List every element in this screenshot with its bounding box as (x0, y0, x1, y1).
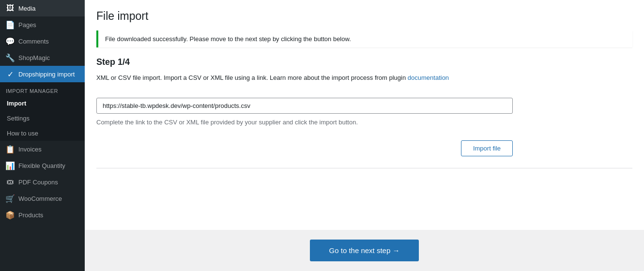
sidebar-item-comments[interactable]: 💬 Comments (0, 33, 85, 49)
success-notice-text: File downloaded successfully. Please mov… (105, 35, 351, 43)
sidebar-item-woocommerce[interactable]: 🛒 WooCommerce (0, 190, 85, 207)
content-area: File import File downloaded successfully… (85, 0, 644, 230)
sidebar-item-dropshipping[interactable]: ✓ Dropshipping import (0, 66, 85, 82)
media-icon: 🖼 (6, 4, 15, 13)
invoices-icon: 📋 (6, 145, 15, 153)
flexible-quantity-icon: 📊 (6, 161, 15, 170)
step-description-text: XML or CSV file import. Import a CSV or … (96, 74, 408, 81)
import-btn-row: Import file (96, 140, 513, 156)
sidebar-item-label: Products (18, 211, 43, 219)
sidebar-item-pages[interactable]: 📄 Pages (0, 16, 85, 33)
how-to-use-label: How to use (7, 130, 38, 137)
sidebar-item-media[interactable]: 🖼 Media (0, 0, 85, 16)
sidebar-item-label: ShopMagic (18, 54, 50, 61)
sidebar-item-import[interactable]: Import (0, 96, 85, 111)
sidebar-item-shopmagic[interactable]: 🔧 ShopMagic (0, 49, 85, 66)
main-content: File import File downloaded successfully… (85, 0, 644, 271)
step-description: XML or CSV file import. Import a CSV or … (96, 73, 632, 83)
step-heading: Step 1/4 (96, 57, 632, 67)
import-url-row (96, 98, 513, 114)
sidebar-item-label: Media (18, 5, 35, 12)
import-label: Import (7, 100, 26, 107)
pdf-coupons-icon: 🎟 (6, 178, 15, 186)
sidebar-item-label: Dropshipping import (18, 71, 75, 78)
import-file-button[interactable]: Import file (461, 140, 513, 156)
next-step-bar: Go to the next step → (85, 230, 644, 271)
sidebar-item-pdf-coupons[interactable]: 🎟 PDF Coupons (0, 174, 85, 190)
sidebar-item-settings[interactable]: Settings (0, 111, 85, 126)
sidebar-item-label: Pages (18, 21, 36, 29)
sidebar-item-products[interactable]: 📦 Products (0, 207, 85, 223)
hint-text: Complete the link to the CSV or XML file… (96, 119, 632, 126)
sidebar-item-how-to-use[interactable]: How to use (0, 126, 85, 141)
dropshipping-icon: ✓ (6, 70, 15, 78)
divider (96, 168, 632, 168)
comments-icon: 💬 (6, 37, 15, 45)
sidebar-item-label: PDF Coupons (18, 179, 58, 186)
woocommerce-icon: 🛒 (6, 194, 15, 203)
next-step-button[interactable]: Go to the next step → (310, 240, 419, 261)
sidebar: 🖼 Media 📄 Pages 💬 Comments 🔧 ShopMagic ✓… (0, 0, 85, 271)
url-input[interactable] (96, 98, 513, 114)
sidebar-item-label: WooCommerce (18, 195, 62, 202)
shopmagic-icon: 🔧 (6, 53, 15, 62)
pages-icon: 📄 (6, 20, 15, 29)
settings-label: Settings (7, 115, 30, 122)
sidebar-item-invoices[interactable]: 📋 Invoices (0, 141, 85, 157)
sidebar-item-flexible-quantity[interactable]: 📊 Flexible Quantity (0, 157, 85, 174)
documentation-link[interactable]: documentation (408, 74, 449, 81)
success-notice: File downloaded successfully. Please mov… (96, 30, 632, 47)
sidebar-item-label: Flexible Quantity (18, 162, 65, 169)
sidebar-item-label: Invoices (18, 146, 42, 153)
page-title: File import (96, 10, 632, 23)
sidebar-item-label: Comments (18, 38, 49, 45)
products-icon: 📦 (6, 211, 15, 219)
import-manager-label: Import Manager (0, 82, 85, 96)
